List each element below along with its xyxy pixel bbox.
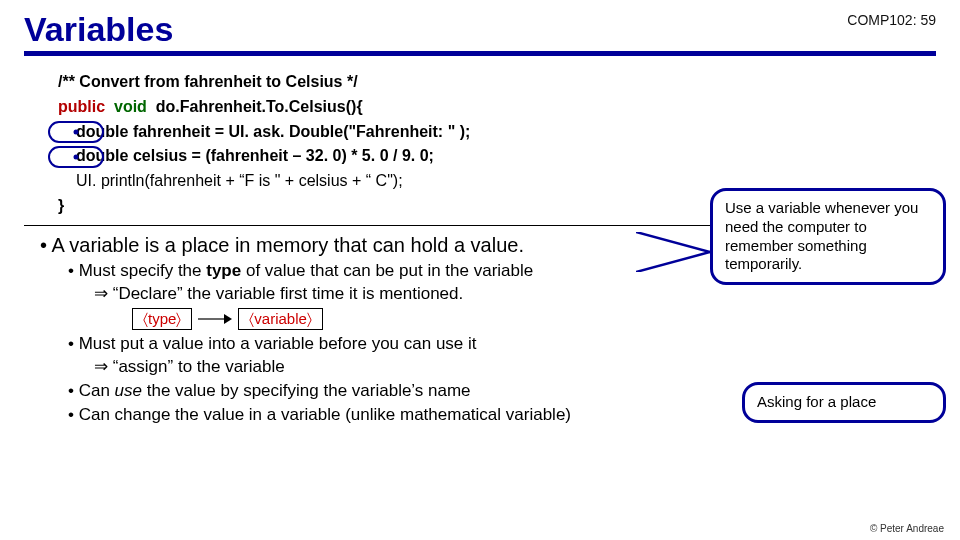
arrow-right-icon (198, 312, 232, 326)
callout-1-pointer (636, 232, 710, 272)
header: Variables COMP102: 59 (24, 10, 936, 56)
code-line-2: double celsius = (fahrenheit – 32. 0) * … (76, 144, 936, 169)
code-line-2-text: double celsius = (fahrenheit – 32. 0) * … (76, 147, 434, 164)
copyright-footer: © Peter Andreae (870, 523, 944, 534)
bullet-dot-icon (74, 129, 79, 134)
bullet-2b-sub: ⇒ “assign” to the variable (94, 356, 936, 377)
code-line-1: double fahrenheit = UI. ask. Double("Fah… (76, 120, 936, 145)
bullet-2a-text: Must specify the type of value that can … (79, 261, 534, 280)
code-line-1-text: double fahrenheit = UI. ask. Double("Fah… (76, 123, 470, 140)
bullet-2a-sub: ⇒ “Declare” the variable first time it i… (94, 283, 936, 304)
method-name: do.Fahrenheit.To.Celsius(){ (156, 98, 363, 115)
code-signature: public void do.Fahrenheit.To.Celsius(){ (58, 95, 936, 120)
course-tag: COMP102: 59 (847, 12, 936, 28)
bullet-2d-text: Can change the value in a variable (unli… (79, 405, 571, 424)
keyword-void: void (114, 98, 147, 115)
bullet-1-text: A variable is a place in memory that can… (51, 234, 523, 256)
keyword-public: public (58, 98, 105, 115)
variable-placeholder-box: 〈variable〉 (238, 308, 323, 330)
callout-2: Asking for a place (742, 382, 946, 423)
title-underline (24, 51, 936, 56)
code-comment: /** Convert from fahrenheit to Celsius *… (58, 70, 936, 95)
highlight-pill-1 (48, 121, 104, 143)
bullet-2b: • Must put a value into a variable befor… (68, 334, 936, 354)
bullet-dot-icon (74, 154, 79, 159)
slide: Variables COMP102: 59 /** Convert from f… (0, 0, 960, 540)
param-label-row: 〈type〉 〈variable〉 (132, 308, 936, 330)
highlight-pill-2 (48, 146, 104, 168)
callout-1: Use a variable whenever you need the com… (710, 188, 946, 285)
page-title: Variables (24, 10, 936, 49)
svg-marker-1 (224, 314, 232, 324)
type-placeholder-box: 〈type〉 (132, 308, 192, 330)
bullet-2b-text: Must put a value into a variable before … (79, 334, 477, 353)
bullet-2c-text: Can use the value by specifying the vari… (79, 381, 471, 400)
